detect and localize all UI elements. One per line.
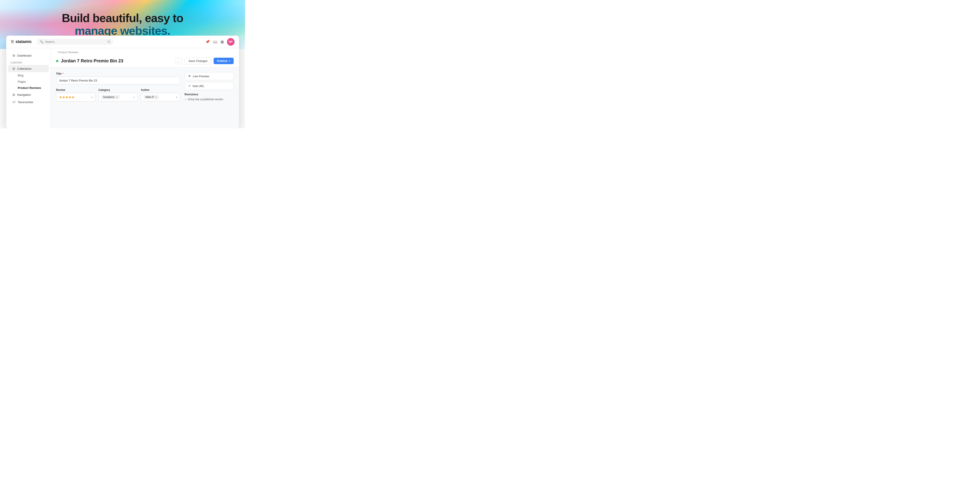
revision-item: ✓ Entry has a published version	[185, 98, 234, 101]
hamburger-icon[interactable]: ☰	[11, 40, 14, 44]
sidebar-item-collections[interactable]: ⊞ Collections	[8, 65, 49, 72]
form-sidebar-right: 👁 Live Preview ↗ Visit URL Revisions ✓ E…	[185, 72, 234, 102]
grid-icon[interactable]: ▦	[221, 40, 224, 44]
save-changes-button[interactable]: Save Changes	[185, 57, 211, 64]
sidebar-item-blog[interactable]: Blog	[8, 72, 49, 78]
category-label: Category	[99, 88, 138, 92]
sidebar-blog-label: Blog	[18, 74, 24, 77]
form-content: Title * Review ★★★★★ ▾	[51, 68, 239, 106]
hero-line2: manage websites.	[62, 24, 183, 37]
form-main: Title * Review ★★★★★ ▾	[56, 72, 180, 102]
search-shortcut: /	[107, 40, 110, 43]
breadcrumb: ‹ Product Reviews	[56, 51, 234, 54]
entry-title: Jordan 7 Retro Premio Bin 23	[61, 58, 172, 64]
pin-icon[interactable]: 📌	[205, 40, 210, 44]
review-chevron-icon: ▾	[91, 96, 92, 99]
navigation-icon: ⊞	[13, 93, 15, 97]
entry-actions: ... Save Changes Publish ▾	[175, 57, 234, 64]
revision-entry-label: Entry has a published version	[188, 98, 223, 101]
revisions-section: Revisions ✓ Entry has a published versio…	[185, 93, 234, 101]
search-input[interactable]	[45, 40, 106, 43]
collections-icon: ⊞	[13, 67, 15, 70]
author-field-group: Author Niles P ✕ ▾	[141, 88, 180, 102]
title-field-group: Title *	[56, 72, 180, 84]
search-bar[interactable]: 🔍 /	[37, 39, 113, 45]
sidebar-item-product-reviews[interactable]: Product Reviews	[8, 85, 49, 91]
sidebar-pages-label: Pages	[18, 80, 26, 83]
author-label: Author	[141, 88, 180, 92]
visit-url-button[interactable]: ↗ Visit URL	[185, 82, 234, 90]
dashboard-icon: ⊞	[13, 54, 15, 57]
author-chevron-icon: ▾	[176, 96, 177, 99]
logo-text: statamic	[16, 40, 32, 44]
entry-title-row: Jordan 7 Retro Premio Bin 23 ... Save Ch…	[56, 55, 234, 67]
book-icon[interactable]: 📖	[213, 40, 217, 44]
content-section-label: CONTENT	[6, 59, 51, 65]
topbar-logo: ☰ statamic	[11, 40, 32, 44]
category-field-group: Category Sneakers ✕ ▾	[99, 88, 138, 102]
sidebar-product-reviews-label: Product Reviews	[18, 86, 41, 89]
category-select[interactable]: Sneakers ✕ ▾	[99, 93, 138, 101]
author-tag: Niles P ✕	[144, 95, 159, 99]
title-label: Title *	[56, 72, 180, 75]
publish-chevron-icon: ▾	[229, 60, 230, 62]
cms-panel: ☰ statamic 🔍 / 📌 📖 ▦ NP ⊞ Dashboard CONT…	[6, 36, 239, 128]
review-field-group: Review ★★★★★ ▾	[56, 88, 95, 102]
revisions-title: Revisions	[185, 93, 234, 96]
publish-label: Publish	[217, 59, 228, 63]
sidebar-item-navigation[interactable]: ⊞ Navigation	[8, 91, 49, 98]
author-select[interactable]: Niles P ✕ ▾	[141, 93, 180, 101]
visit-url-label: Visit URL	[192, 84, 204, 88]
sidebar-navigation-label: Navigation	[18, 93, 31, 97]
live-preview-icon: 👁	[188, 75, 191, 78]
live-preview-button[interactable]: 👁 Live Preview	[185, 72, 234, 80]
breadcrumb-chevron: ‹	[56, 51, 57, 54]
status-dot	[56, 60, 58, 62]
category-remove-icon[interactable]: ✕	[116, 96, 118, 99]
fields-row: Review ★★★★★ ▾ Category	[56, 88, 180, 102]
avatar[interactable]: NP	[227, 38, 234, 46]
visit-url-icon: ↗	[188, 84, 191, 88]
search-icon: 🔍	[40, 40, 43, 43]
sidebar-taxonomies-label: Taxonomies	[18, 100, 33, 104]
sidebar-item-pages[interactable]: Pages	[8, 79, 49, 84]
required-star: *	[62, 72, 64, 75]
title-input[interactable]	[56, 76, 180, 84]
sidebar-item-dashboard-label: Dashboard	[18, 54, 32, 57]
content-header: ‹ Product Reviews Jordan 7 Retro Premio …	[51, 48, 239, 68]
sidebar-item-dashboard[interactable]: ⊞ Dashboard	[8, 52, 49, 59]
review-label: Review	[56, 88, 95, 92]
sidebar: ⊞ Dashboard CONTENT ⊞ Collections Blog P…	[6, 48, 51, 128]
breadcrumb-link[interactable]: Product Reviews	[58, 51, 78, 54]
review-select[interactable]: ★★★★★ ▾	[56, 93, 95, 102]
topbar-icons: 📌 📖 ▦ NP	[205, 38, 234, 46]
review-stars: ★★★★★	[59, 95, 75, 99]
taxonomies-icon: 🏷	[13, 100, 16, 104]
author-remove-icon[interactable]: ✕	[155, 96, 157, 99]
publish-button[interactable]: Publish ▾	[213, 58, 234, 64]
hero-text: Build beautiful, easy to manage websites…	[62, 12, 183, 37]
content-area: ‹ Product Reviews Jordan 7 Retro Premio …	[51, 48, 239, 128]
live-preview-label: Live Preview	[193, 75, 209, 78]
topbar: ☰ statamic 🔍 / 📌 📖 ▦ NP	[6, 36, 239, 48]
category-tag: Sneakers ✕	[101, 95, 119, 99]
category-chevron-icon: ▾	[134, 96, 135, 99]
sidebar-item-taxonomies[interactable]: 🏷 Taxonomies	[8, 99, 49, 106]
sidebar-item-collections-label: Collections	[18, 67, 32, 70]
hero-line1: Build beautiful, easy to	[62, 12, 183, 24]
revision-check-icon: ✓	[185, 98, 187, 101]
more-options-button[interactable]: ...	[175, 58, 183, 64]
main-layout: ⊞ Dashboard CONTENT ⊞ Collections Blog P…	[6, 48, 239, 128]
